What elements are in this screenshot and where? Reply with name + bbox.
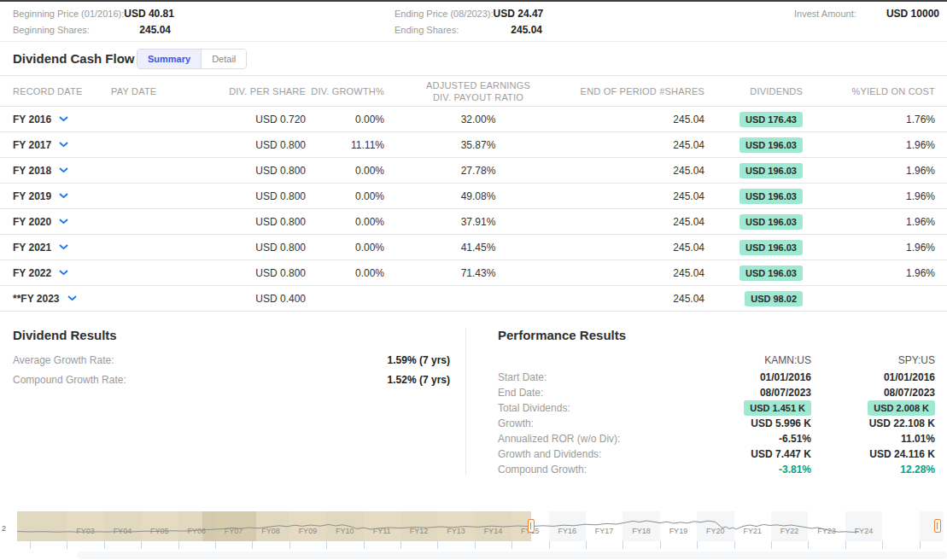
pay-date-cell bbox=[111, 107, 212, 132]
payout-ratio-cell: 71.43% bbox=[384, 260, 572, 286]
shares-cell: 245.04 bbox=[572, 184, 704, 209]
performance-rows: Start Date: 01/01/2016 01/01/2016 End Da… bbox=[498, 370, 935, 477]
performance-spy-value: USD 2.008 K bbox=[811, 400, 935, 416]
div-growth-cell: 0.00% bbox=[306, 260, 384, 286]
navigator-track[interactable]: FY03FY04FY05FY06FY07FY08FY09FY10FY11FY12… bbox=[17, 511, 944, 541]
chevron-down-icon[interactable] bbox=[59, 219, 68, 225]
div-growth-cell: 0.00% bbox=[306, 209, 384, 235]
performance-spy-value: 08/07/2023 bbox=[811, 387, 935, 399]
pay-date-cell bbox=[111, 184, 212, 209]
div-growth-cell: 11.11% bbox=[306, 132, 384, 158]
table-row[interactable]: FY 2017 USD 0.800 11.11% 35.87% 245.04 U… bbox=[0, 132, 947, 158]
performance-spy-value: 12.28% bbox=[811, 464, 935, 475]
table-row[interactable]: FY 2021 USD 0.800 0.00% 41.45% 245.04 US… bbox=[0, 235, 947, 260]
performance-kamn-value: USD 1.451 K bbox=[700, 400, 811, 416]
div-growth-cell: 0.00% bbox=[306, 107, 384, 132]
shares-cell: 245.04 bbox=[572, 107, 704, 132]
table-row[interactable]: FY 2022 USD 0.800 0.00% 71.43% 245.04 US… bbox=[0, 260, 947, 286]
yield-on-cost-cell: 1.96% bbox=[824, 209, 947, 235]
dividend-results-rows: Average Growth Rate: 1.59% (7 yrs) Compo… bbox=[13, 354, 450, 394]
axis-tick bbox=[289, 541, 290, 549]
table-row[interactable]: FY 2016 USD 0.720 0.00% 32.00% 245.04 US… bbox=[0, 107, 947, 132]
table-row[interactable]: **FY 2023 USD 0.400 245.04 USD 98.02 bbox=[0, 286, 947, 312]
total-dividends-badge: USD 1.451 K bbox=[744, 400, 811, 416]
summary-item-label: Ending Shares: bbox=[395, 25, 459, 35]
axis-tick bbox=[623, 541, 623, 549]
record-date-cell: FY 2021 bbox=[13, 242, 68, 254]
yield-on-cost-cell: 1.76% bbox=[824, 107, 947, 132]
record-date-cell: FY 2018 bbox=[13, 165, 68, 177]
performance-row-label: Total Dividends: bbox=[498, 402, 700, 414]
performance-row: Growth: USD 5.996 K USD 22.108 K bbox=[498, 416, 935, 431]
performance-kamn-value: 01/01/2016 bbox=[700, 371, 811, 383]
summary-item: Ending Shares: 245.04 bbox=[395, 24, 542, 40]
summary-group-ending: Ending Price (08/2023): USD 24.47 Ending… bbox=[395, 8, 542, 40]
record-date-cell: **FY 2023 bbox=[13, 293, 77, 305]
dividends-badge: USD 196.03 bbox=[739, 137, 803, 153]
div-per-share-cell: USD 0.400 bbox=[212, 286, 306, 312]
column-header: DIV. GROWTH% bbox=[306, 76, 384, 107]
pay-date-cell bbox=[111, 235, 212, 260]
column-header: END OF PERIOD #SHARES bbox=[572, 76, 704, 107]
column-header-spy: SPY:US bbox=[811, 354, 935, 370]
summary-item-value: USD 24.47 bbox=[494, 8, 544, 20]
axis-tick bbox=[882, 541, 883, 549]
div-growth-cell: 0.00% bbox=[306, 184, 384, 209]
dividends-cell: USD 196.03 bbox=[704, 184, 824, 209]
dividend-analysis-page: Beginning Price (01/2016): USD 40.81 Beg… bbox=[0, 0, 947, 560]
shares-cell: 245.04 bbox=[572, 209, 704, 235]
pay-date-cell bbox=[111, 260, 212, 286]
navigator-right-handle[interactable] bbox=[934, 519, 941, 533]
chevron-down-icon[interactable] bbox=[59, 116, 68, 122]
axis-tick bbox=[400, 541, 401, 549]
performance-row: Growth and Dividends: USD 7.447 K USD 24… bbox=[498, 446, 935, 462]
cash-flow-table-body: FY 2016 USD 0.720 0.00% 32.00% 245.04 US… bbox=[0, 107, 947, 312]
chevron-down-icon[interactable] bbox=[59, 167, 68, 173]
performance-row: Start Date: 01/01/2016 01/01/2016 bbox=[498, 370, 935, 385]
summary-group-beginning: Beginning Price (01/2016): USD 40.81 Beg… bbox=[13, 8, 171, 40]
dividends-cell: USD 196.03 bbox=[704, 235, 824, 260]
div-growth-cell bbox=[306, 286, 384, 312]
dividends-badge: USD 196.03 bbox=[739, 214, 803, 230]
chevron-down-icon[interactable] bbox=[67, 295, 77, 301]
dividend-result-row: Compound Growth Rate: 1.52% (7 yrs) bbox=[13, 374, 450, 394]
dividend-results-section: Dividend Results Average Growth Rate: 1.… bbox=[13, 328, 450, 394]
performance-kamn-value: USD 5.996 K bbox=[700, 417, 811, 429]
table-row[interactable]: FY 2018 USD 0.800 0.00% 27.78% 245.04 US… bbox=[0, 158, 947, 184]
payout-ratio-cell bbox=[384, 286, 572, 312]
record-date-cell: FY 2019 bbox=[13, 190, 68, 202]
dividends-cell: USD 176.43 bbox=[704, 107, 824, 132]
chevron-down-icon[interactable] bbox=[59, 244, 68, 250]
chevron-down-icon[interactable] bbox=[59, 270, 68, 276]
axis-tick bbox=[920, 541, 921, 549]
dividend-result-value: 1.52% (7 yrs) bbox=[388, 374, 450, 386]
performance-row: Annualized ROR (w/o Div): -6.51% 11.01% bbox=[498, 431, 935, 446]
table-row[interactable]: FY 2019 USD 0.800 0.00% 49.08% 245.04 US… bbox=[0, 184, 947, 209]
dividend-result-value: 1.59% (7 yrs) bbox=[388, 354, 450, 366]
navigator-left-handle[interactable] bbox=[528, 519, 535, 533]
column-header: RECORD DATE bbox=[0, 76, 111, 107]
column-header: DIV. PER SHARE bbox=[212, 76, 306, 107]
tab-detail[interactable]: Detail bbox=[201, 50, 246, 68]
summary-bar: Beginning Price (01/2016): USD 40.81 Beg… bbox=[0, 2, 947, 42]
summary-group-invest: Invest Amount: USD 10000 bbox=[794, 8, 939, 24]
payout-ratio-cell: 32.00% bbox=[384, 107, 572, 132]
performance-kamn-value: -6.51% bbox=[700, 433, 811, 445]
chevron-down-icon[interactable] bbox=[59, 142, 68, 148]
summary-item-label: Beginning Shares: bbox=[13, 25, 90, 35]
section-divider bbox=[465, 328, 466, 475]
table-row[interactable]: FY 2020 USD 0.800 0.00% 37.91% 245.04 US… bbox=[0, 209, 947, 235]
axis-tick bbox=[808, 541, 809, 549]
record-date-cell: FY 2017 bbox=[13, 139, 68, 151]
shares-cell: 245.04 bbox=[572, 286, 704, 312]
pay-date-cell bbox=[111, 286, 212, 312]
chevron-down-icon[interactable] bbox=[59, 193, 68, 199]
performance-results-section: Performance Results KAMN:US SPY:US Start… bbox=[498, 328, 935, 477]
dividend-results-title: Dividend Results bbox=[13, 328, 450, 342]
payout-ratio-cell: 41.45% bbox=[384, 235, 572, 260]
axis-tick bbox=[178, 541, 179, 549]
bottom-scrollbar[interactable] bbox=[77, 551, 947, 559]
div-per-share-cell: USD 0.800 bbox=[212, 209, 306, 235]
tab-summary[interactable]: Summary bbox=[137, 50, 201, 68]
column-header: DIVIDENDS bbox=[704, 76, 824, 107]
